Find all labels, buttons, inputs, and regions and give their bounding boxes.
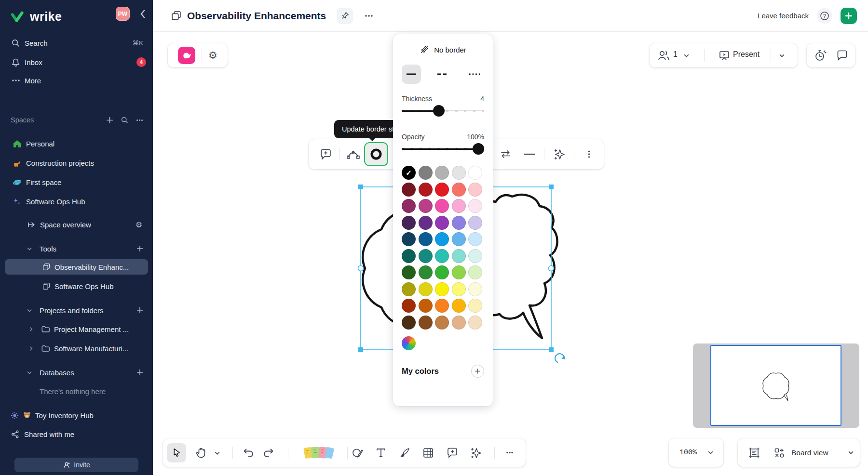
sidebar-item-software-ops-hub-board[interactable]: Software Ops Hub (0, 279, 153, 293)
sidebar-section-projects-folders[interactable]: Projects and folders (0, 303, 153, 317)
color-swatch-selected[interactable]: ✓ (402, 166, 416, 180)
color-swatch[interactable] (452, 316, 466, 330)
opacity-slider[interactable] (402, 143, 484, 155)
line-tool-button[interactable] (521, 139, 538, 169)
color-swatch[interactable] (468, 316, 482, 330)
presence-chevron-icon[interactable] (683, 53, 690, 58)
selection-handle-nw[interactable] (358, 185, 363, 189)
color-swatch[interactable] (402, 249, 416, 263)
add-tool-icon[interactable] (136, 245, 143, 252)
wrike-logo-text[interactable]: wrike (30, 10, 62, 24)
color-swatch[interactable] (468, 232, 482, 246)
edit-points-button[interactable] (345, 139, 361, 169)
color-swatch[interactable] (419, 183, 433, 197)
pan-tool-button[interactable] (193, 438, 209, 467)
color-swatch[interactable] (468, 216, 482, 230)
color-swatch[interactable] (419, 282, 433, 296)
swap-shape-button[interactable] (497, 139, 514, 169)
sidebar-item-shared-with-me[interactable]: Shared with me (0, 427, 153, 441)
add-database-icon[interactable] (136, 369, 143, 376)
color-swatch[interactable] (452, 299, 466, 313)
present-label[interactable]: Present (733, 50, 760, 59)
invite-button[interactable]: Invite (14, 458, 138, 472)
color-swatch[interactable] (419, 199, 433, 213)
no-border-button[interactable]: No border (402, 45, 484, 54)
color-swatch[interactable] (402, 199, 416, 213)
sidebar-section-databases[interactable]: Databases (0, 365, 153, 380)
table-tool-button[interactable] (420, 438, 436, 467)
color-swatch[interactable] (468, 199, 482, 213)
color-swatch[interactable] (402, 316, 416, 330)
color-swatch[interactable] (419, 265, 433, 279)
frame-tool-icon[interactable] (748, 447, 760, 459)
view-chevron-icon[interactable] (848, 450, 854, 455)
color-swatch[interactable] (435, 183, 449, 197)
sidebar-item-inbox[interactable]: Inbox 4 (0, 55, 153, 69)
sidebar-item-observability-enhancements[interactable]: Observability Enhanc... (5, 259, 148, 275)
present-button[interactable] (719, 50, 730, 61)
more-options-button[interactable] (581, 139, 597, 169)
color-swatch[interactable] (468, 183, 482, 197)
color-swatch[interactable] (419, 299, 433, 313)
color-swatch[interactable] (419, 166, 433, 180)
help-button[interactable]: ? (817, 8, 832, 24)
color-swatch[interactable] (468, 299, 482, 313)
color-swatch[interactable] (402, 183, 416, 197)
color-swatch[interactable] (468, 282, 482, 296)
presence-button[interactable] (657, 50, 670, 61)
color-swatch[interactable] (402, 232, 416, 246)
rotate-handle-icon[interactable] (555, 354, 565, 362)
ai-tool-button[interactable] (468, 438, 484, 467)
color-swatch[interactable] (452, 265, 466, 279)
sidebar-item-space-overview[interactable]: Space overview ⚙ (0, 217, 153, 232)
shapes-tool-button[interactable] (349, 438, 366, 467)
color-swatch[interactable] (452, 282, 466, 296)
selection-handle-e[interactable] (549, 266, 554, 271)
create-new-button[interactable] (841, 8, 857, 24)
undo-button[interactable] (240, 438, 257, 467)
line-style-solid-button[interactable] (402, 65, 421, 84)
color-swatch[interactable] (435, 282, 449, 296)
color-swatch[interactable] (452, 216, 466, 230)
color-swatch[interactable] (468, 249, 482, 263)
sidebar-item-software-manufacturing[interactable]: Software Manufacturi... (0, 341, 153, 356)
selection-handle-sw[interactable] (358, 347, 363, 352)
minimap-viewport[interactable] (710, 345, 841, 426)
sidebar-collapse-button[interactable] (139, 9, 147, 19)
add-space-icon[interactable] (106, 117, 113, 124)
sidebar-item-search[interactable]: Search ⌘K (0, 36, 153, 50)
sidebar-item-construction-projects[interactable]: Construction projects (0, 156, 153, 170)
pin-button[interactable] (337, 8, 353, 24)
space-settings-gear-icon[interactable]: ⚙ (136, 220, 142, 229)
color-swatch[interactable] (435, 299, 449, 313)
select-tool-button[interactable] (167, 443, 186, 462)
klaxoon-app-icon[interactable] (178, 47, 195, 64)
line-style-dashed-button[interactable] (434, 65, 453, 84)
color-swatch[interactable] (435, 166, 449, 180)
sidebar-item-software-ops-hub[interactable]: Software Ops Hub (0, 194, 153, 209)
sticky-notes-button[interactable] (299, 438, 338, 467)
custom-color-picker[interactable] (402, 336, 416, 350)
timer-icon[interactable] (814, 49, 827, 62)
toolbar-more-button[interactable] (502, 438, 518, 467)
add-my-color-button[interactable] (471, 365, 484, 378)
color-swatch[interactable] (452, 232, 466, 246)
color-swatch[interactable] (419, 232, 433, 246)
sidebar-section-tools[interactable]: Tools (0, 241, 153, 256)
color-swatch[interactable] (435, 232, 449, 246)
search-spaces-icon[interactable] (121, 117, 128, 124)
sidebar-item-project-management[interactable]: Project Management ... (0, 322, 153, 336)
color-swatch[interactable] (435, 216, 449, 230)
sidebar-item-personal[interactable]: Personal (0, 136, 153, 151)
add-project-icon[interactable] (136, 307, 143, 314)
color-swatch[interactable] (402, 299, 416, 313)
slider-thumb[interactable] (433, 105, 445, 117)
leave-feedback-link[interactable]: Leave feedback (758, 12, 809, 20)
color-swatch[interactable] (435, 316, 449, 330)
color-swatch[interactable] (468, 166, 482, 180)
color-swatch[interactable] (435, 199, 449, 213)
selection-handle-ne[interactable] (549, 185, 554, 189)
zoom-control[interactable]: 100% (669, 438, 723, 467)
color-swatch[interactable] (402, 265, 416, 279)
wrike-logo-icon[interactable] (10, 9, 26, 24)
